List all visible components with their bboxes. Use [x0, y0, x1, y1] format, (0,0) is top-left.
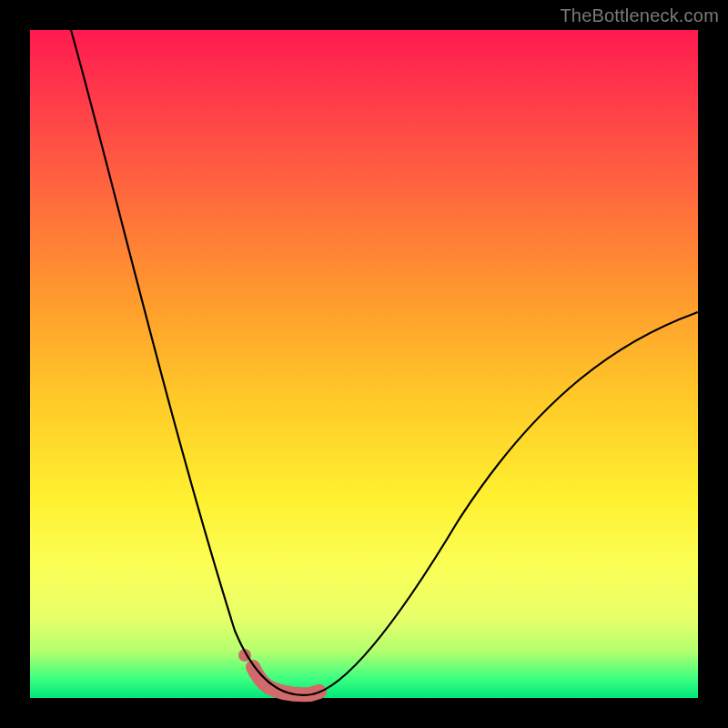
plot-area: [30, 30, 698, 698]
optimal-range-highlight: [253, 667, 319, 694]
bottleneck-curve: [71, 30, 698, 695]
curve-svg: [30, 30, 698, 698]
chart-frame: TheBottleneck.com: [0, 0, 728, 728]
watermark-text: TheBottleneck.com: [560, 5, 719, 26]
